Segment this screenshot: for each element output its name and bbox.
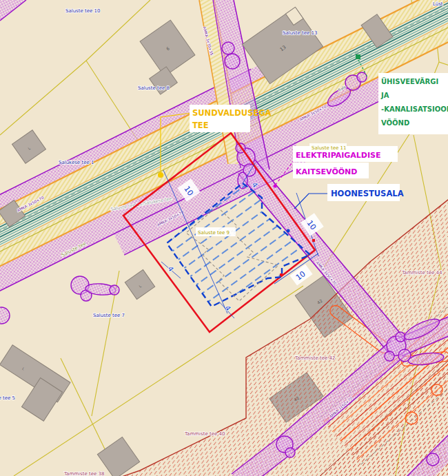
planning-map[interactable]: 6 13 L L L 42 42 [0,0,448,476]
water-zone-label-line2: JA [380,92,389,99]
map-canvas: 6 13 L L L 42 42 [0,0,448,476]
water-zone-label-line1: ÜHISVEEVÄRGI [381,76,438,85]
parcel-label-tammiste-40: Tammiste tee 40 [184,431,225,437]
parcel-label-tammiste-42: Tammiste tee 42 [294,355,335,361]
parcel-label-salukese-1: Salukese tee 1 [59,160,94,165]
sundvaldus-label-line1: SUNDVALDUSEGA [192,108,272,118]
parcel-label-saluste-8: Saluste tee 8 [138,85,170,91]
magenta-point-marker [274,185,277,188]
blue-point-marker [287,229,290,233]
parcel-label-saluste-9: Saluste tee 9 [198,230,230,236]
parcel-label-saluste-13: Saluste tee 13 [283,30,318,36]
electric-zone-label-line1: ELEKTRIPAIGALDISE [296,151,381,160]
water-zone-label-line3: -KANALISATSIOONI [381,105,448,113]
parcel-label-saluste-10: Saluste tee 10 [65,8,101,14]
parcel-label-tammiste-38: Tammiste tee 38 [63,471,104,476]
parcel-label-saluste-5: Saluste tee 5 [0,395,15,401]
water-zone-label-line4: VÖÖND [381,118,409,127]
hoonestusala-label: HOONESTUSALA [331,189,404,198]
electric-zone-label-line2: KAITSEVÖÖND [296,167,357,176]
parcel-label-saluste-7: Saluste tee 7 [93,313,125,318]
water-connection-marker [356,54,360,59]
sundvaldus-label-line2: TEE [192,121,209,130]
parcel-label-saluste-11: Saluste tee 11 [312,145,347,151]
parcel-label-lust: Lüst [433,1,443,7]
parcel-label-tammiste-44: Tammiste tee 44 [401,270,442,276]
